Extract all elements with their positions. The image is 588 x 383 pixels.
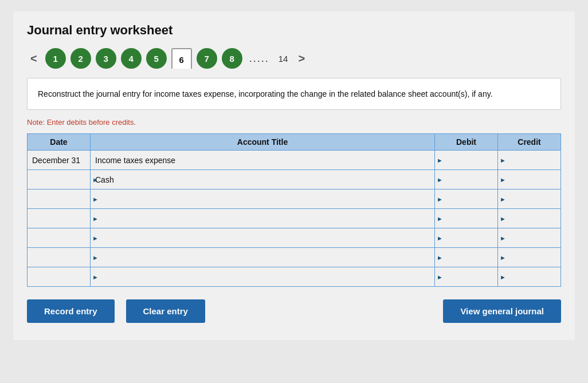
credit-cell-4[interactable]: ► bbox=[498, 209, 561, 228]
account-arrow-7: ► bbox=[92, 274, 99, 281]
date-cell-1: December 31 bbox=[28, 151, 91, 170]
credit-cell-7[interactable]: ► bbox=[498, 267, 561, 287]
credit-arrow-2: ► bbox=[500, 176, 506, 183]
header-credit: Credit bbox=[498, 134, 561, 151]
button-row: Record entry Clear entry View general jo… bbox=[27, 299, 561, 323]
nav-circle-2[interactable]: 2 bbox=[70, 48, 91, 69]
account-cell-3[interactable]: ► bbox=[91, 189, 435, 209]
account-cell-2[interactable]: ► Cash bbox=[91, 170, 435, 189]
nav-circle-5[interactable]: 5 bbox=[146, 48, 167, 69]
debit-cell-1[interactable]: ► bbox=[435, 151, 498, 170]
journal-table: Date Account Title Debit Credit December… bbox=[27, 133, 561, 287]
credit-cell-2[interactable]: ► bbox=[498, 170, 561, 189]
table-row: December 31 Income taxes expense ► ► bbox=[28, 151, 561, 170]
credit-cell-1[interactable]: ► bbox=[498, 151, 561, 170]
nav-circle-8[interactable]: 8 bbox=[222, 48, 242, 69]
table-row: ► ► ► bbox=[28, 267, 561, 287]
nav-circle-7[interactable]: 7 bbox=[197, 48, 217, 69]
debit-cell-4[interactable]: ► bbox=[435, 209, 498, 228]
nav-last-num: 14 bbox=[279, 54, 288, 64]
credit-cell-3[interactable]: ► bbox=[498, 189, 561, 209]
nav-dots: ..... bbox=[249, 53, 269, 65]
debit-arrow-3: ► bbox=[437, 196, 443, 203]
debit-arrow-5: ► bbox=[437, 235, 443, 242]
credit-arrow-5: ► bbox=[500, 235, 506, 242]
credit-arrow-6: ► bbox=[500, 254, 506, 261]
record-entry-button[interactable]: Record entry bbox=[27, 299, 115, 323]
navigation-row: < 1 2 3 4 5 6 7 8 ..... 14 > bbox=[27, 48, 561, 69]
page-title: Journal entry worksheet bbox=[27, 23, 561, 38]
credit-cell-5[interactable]: ► bbox=[498, 228, 561, 248]
instruction-text: Reconstruct the journal entry for income… bbox=[38, 89, 493, 98]
table-row: ► ► ► bbox=[28, 209, 561, 228]
debit-arrow-2: ► bbox=[437, 176, 443, 183]
header-date: Date bbox=[28, 134, 91, 151]
debit-cell-2[interactable]: ► bbox=[435, 170, 498, 189]
account-cell-4[interactable]: ► bbox=[91, 209, 435, 228]
account-arrow-2: ► bbox=[92, 176, 99, 183]
account-cell-1[interactable]: Income taxes expense bbox=[91, 151, 435, 170]
date-cell-5 bbox=[28, 228, 91, 248]
credit-arrow-1: ► bbox=[500, 157, 506, 164]
next-button[interactable]: > bbox=[295, 51, 308, 66]
nav-tab-active-6[interactable]: 6 bbox=[171, 48, 192, 69]
header-debit: Debit bbox=[435, 134, 498, 151]
credit-arrow-4: ► bbox=[500, 215, 506, 222]
account-cell-7[interactable]: ► bbox=[91, 267, 435, 287]
date-cell-6 bbox=[28, 248, 91, 267]
debit-cell-5[interactable]: ► bbox=[435, 228, 498, 248]
account-cell-5[interactable]: ► bbox=[91, 228, 435, 248]
view-general-journal-button[interactable]: View general journal bbox=[443, 299, 561, 323]
table-row: ► ► ► bbox=[28, 228, 561, 248]
clear-entry-button[interactable]: Clear entry bbox=[126, 299, 205, 323]
debit-cell-6[interactable]: ► bbox=[435, 248, 498, 267]
account-arrow-3: ► bbox=[92, 196, 99, 203]
date-cell-4 bbox=[28, 209, 91, 228]
prev-button[interactable]: < bbox=[27, 51, 41, 66]
instruction-box: Reconstruct the journal entry for income… bbox=[27, 78, 561, 110]
account-cell-6[interactable]: ► bbox=[91, 248, 435, 267]
main-container: Journal entry worksheet < 1 2 3 4 5 6 7 … bbox=[13, 11, 575, 340]
table-row: ► ► ► bbox=[28, 248, 561, 267]
nav-circle-4[interactable]: 4 bbox=[121, 48, 142, 69]
debit-arrow-7: ► bbox=[437, 274, 443, 281]
credit-arrow-3: ► bbox=[500, 196, 506, 203]
debit-arrow-4: ► bbox=[437, 215, 443, 222]
date-cell-7 bbox=[28, 267, 91, 287]
nav-circle-1[interactable]: 1 bbox=[45, 48, 66, 69]
note-text: Note: Enter debits before credits. bbox=[27, 118, 561, 127]
table-row: ► Cash ► ► bbox=[28, 170, 561, 189]
debit-cell-3[interactable]: ► bbox=[435, 189, 498, 209]
nav-circle-3[interactable]: 3 bbox=[96, 48, 116, 69]
date-cell-3 bbox=[28, 189, 91, 209]
table-row: ► ► ► bbox=[28, 189, 561, 209]
date-cell-2 bbox=[28, 170, 91, 189]
debit-arrow-1: ► bbox=[437, 157, 443, 164]
credit-cell-6[interactable]: ► bbox=[498, 248, 561, 267]
account-arrow-6: ► bbox=[92, 254, 99, 261]
header-account: Account Title bbox=[91, 134, 435, 151]
debit-cell-7[interactable]: ► bbox=[435, 267, 498, 287]
account-arrow-5: ► bbox=[92, 235, 99, 242]
credit-arrow-7: ► bbox=[500, 274, 506, 281]
debit-arrow-6: ► bbox=[437, 254, 443, 261]
account-arrow-4: ► bbox=[92, 215, 99, 222]
